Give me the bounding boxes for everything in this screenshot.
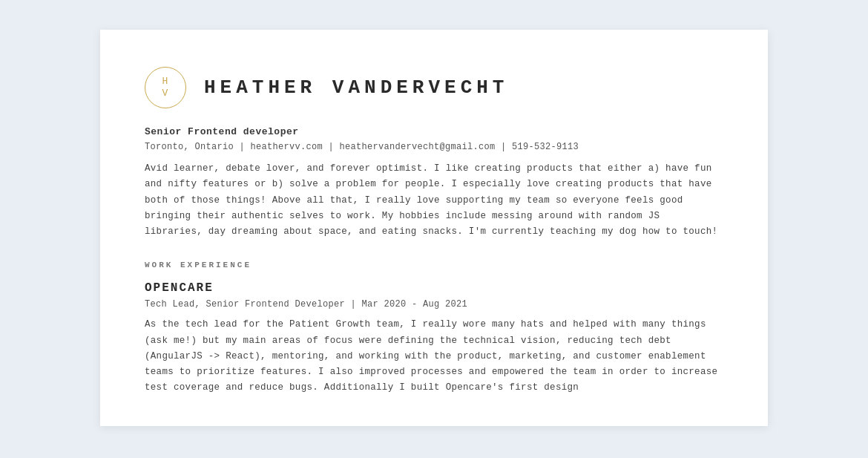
name-block: HEATHER VANDERVECHT — [204, 76, 508, 99]
full-name: HEATHER VANDERVECHT — [204, 76, 508, 99]
avatar-initial-v: V — [162, 88, 169, 99]
contact-block: Senior Frontend developer Toronto, Ontar… — [145, 126, 723, 240]
resume-card: H V HEATHER VANDERVECHT Senior Frontend … — [100, 30, 768, 426]
role-description: As the tech lead for the Patient Growth … — [145, 317, 723, 396]
role-date: Tech Lead, Senior Frontend Developer | M… — [145, 299, 723, 310]
avatar-initial-h: H — [162, 76, 169, 88]
header-section: H V HEATHER VANDERVECHT — [145, 67, 723, 108]
contact-line: Toronto, Ontario | heathervv.com | heath… — [145, 142, 723, 152]
company-name: OPENCARE — [145, 281, 723, 295]
job-entry-opencare: OPENCARE Tech Lead, Senior Frontend Deve… — [145, 281, 723, 396]
job-title: Senior Frontend developer — [145, 126, 723, 137]
bio-text: Avid learner, debate lover, and forever … — [145, 161, 723, 240]
work-experience-label: WORK EXPERIENCE — [145, 261, 723, 269]
avatar: H V — [145, 67, 186, 108]
